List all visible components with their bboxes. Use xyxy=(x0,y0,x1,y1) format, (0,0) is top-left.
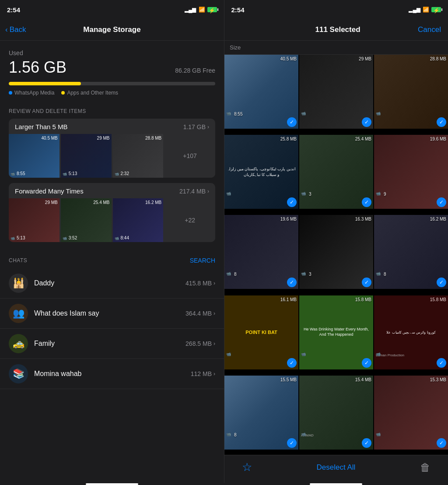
back-button[interactable]: ‹ Back xyxy=(5,25,26,34)
grid-item-13[interactable]: 15.4 MB AHMAD 📹 ✓ xyxy=(299,376,373,450)
thumb-2-duration: 5:13 xyxy=(69,171,77,176)
grid-item-2-size: 28.8 MB xyxy=(430,56,446,61)
grid-item-10-video-icon: 📹 xyxy=(301,352,306,356)
chat-item-family[interactable]: 🚕 Family 268.5 MB › xyxy=(0,329,224,359)
review-item-forwarded[interactable]: Forwarded Many Times 217.4 MB › 29 MB 📹 … xyxy=(9,183,215,242)
fwd-thumb-3-duration: 8:44 xyxy=(121,235,129,240)
thumb-2[interactable]: 29 MB 📹 5:13 xyxy=(61,134,112,178)
left-battery-icon: ⚡ xyxy=(207,7,217,12)
thumb-1[interactable]: 40.5 MB 📹 8:55 xyxy=(9,134,60,178)
grid-item-12-size: 15.5 MB xyxy=(280,377,297,382)
thumb-1-video-icon: 📹 xyxy=(10,172,15,176)
home-indicator-right xyxy=(310,483,362,485)
grid-item-1[interactable]: 29 MB 📹 ✓ xyxy=(299,55,373,129)
right-panel: 111 Selected Cancel Size 40.5 MB 📹 8:55 … xyxy=(224,19,448,483)
fwd-thumb-3[interactable]: 16.2 MB 📹 8:44 xyxy=(113,198,164,242)
chats-header: CHATS SEARCH xyxy=(0,251,224,268)
thumb-more-1[interactable]: +107 xyxy=(164,134,215,178)
left-time: 2:54 xyxy=(7,6,20,14)
grid-item-8[interactable]: 16.2 MB 📹 8 ✓ xyxy=(374,215,448,289)
grid-item-12[interactable]: 15.5 MB 📹 8 ✓ xyxy=(224,376,298,450)
grid-item-4-video-icon: 📹 xyxy=(301,191,306,196)
chat-name-daddy: Daddy xyxy=(34,279,186,287)
grid-item-2-video-icon: 📹 xyxy=(376,111,381,116)
review-title: REVIEW AND DELETE ITEMS xyxy=(9,108,215,114)
media-grid: 40.5 MB 📹 8:55 ✓ 29 MB 📹 ✓ 28.8 MB 📹 ✓ xyxy=(224,55,448,455)
fwd-thumb-more[interactable]: +22 xyxy=(164,198,215,242)
grid-item-14-video-icon: 📹 xyxy=(376,432,381,436)
grid-item-10-check: ✓ xyxy=(362,358,371,368)
chat-avatar-momina: 📚 xyxy=(9,364,28,383)
grid-item-10[interactable]: 15.8 MB He Was Drinking Water Every Mont… xyxy=(299,295,373,369)
grid-item-9-video-icon: 📹 xyxy=(226,352,231,356)
grid-item-8-video-icon: 📹 xyxy=(376,271,381,276)
cancel-button[interactable]: Cancel xyxy=(418,25,441,34)
grid-item-13-size: 15.4 MB xyxy=(355,377,371,382)
grid-item-12-check: ✓ xyxy=(287,438,297,448)
grid-item-0[interactable]: 40.5 MB 📹 8:55 ✓ xyxy=(224,55,298,129)
chat-size-family: 268.5 MB › xyxy=(186,340,215,347)
fwd-thumb-1-video-icon: 📹 xyxy=(10,236,15,240)
left-signal-icon: ▂▄▆ xyxy=(185,7,196,13)
review-item-large[interactable]: Larger Than 5 MB 1.17 GB › 40.5 MB 📹 8:5… xyxy=(9,119,215,178)
chat-item-daddy[interactable]: 🕌 Daddy 415.8 MB › xyxy=(0,268,224,299)
chat-avatar-family: 🚕 xyxy=(9,334,28,353)
large-thumbnails: 40.5 MB 📹 8:55 29 MB 📹 5:13 28.8 MB 📹 2:… xyxy=(9,134,215,178)
delete-button[interactable]: 🗑 xyxy=(420,461,430,474)
grid-item-0-duration: 8:55 xyxy=(234,112,242,116)
thumb-2-video-icon: 📹 xyxy=(63,172,67,176)
fwd-thumb-plus: +22 xyxy=(164,198,215,242)
chat-name-family: Family xyxy=(34,340,186,348)
review-item-large-size: 1.17 GB › xyxy=(183,123,209,130)
grid-item-14[interactable]: 15.3 MB 📹 ✓ xyxy=(374,376,448,450)
thumb-3[interactable]: 28.8 MB 📹 2:32 xyxy=(113,134,164,178)
grid-item-11-video-icon: 📹 xyxy=(376,352,381,356)
back-label[interactable]: Back xyxy=(10,25,26,34)
chats-title: CHATS xyxy=(9,257,27,264)
deselect-all-button[interactable]: Deselect All xyxy=(317,463,356,472)
grid-item-6[interactable]: 19.6 MB 📹 8 ✓ xyxy=(224,215,298,289)
grid-item-4[interactable]: 25.4 MB 📹 3 ✓ xyxy=(299,135,373,209)
grid-item-2[interactable]: 28.8 MB 📹 ✓ xyxy=(374,55,448,129)
grid-item-7-size: 16.3 MB xyxy=(355,217,371,221)
thumb-2-size: 29 MB xyxy=(97,136,110,141)
size-label: Size xyxy=(224,41,448,55)
grid-item-5[interactable]: 19.6 MB 📹 9 ✓ xyxy=(374,135,448,209)
grid-item-13-video-icon: 📹 xyxy=(301,432,306,436)
storage-section: Used 1.56 GB 86.28 GB Free WhatsApp Medi… xyxy=(0,41,224,103)
grid-item-14-size: 15.3 MB xyxy=(430,377,446,382)
chat-size-momina: 112 MB › xyxy=(191,370,215,377)
grid-item-3[interactable]: 25.8 MB اندین پارب ٹیکانوچی، پاکستان میں… xyxy=(224,135,298,209)
right-header: 111 Selected Cancel xyxy=(224,19,448,41)
search-button[interactable]: SEARCH xyxy=(190,257,215,264)
grid-item-11[interactable]: 15.8 MB کورونا وائرس سے بچیں کامیاب علا … xyxy=(374,295,448,369)
grid-item-3-video-icon: 📹 xyxy=(226,191,231,196)
chat-item-momina[interactable]: 📚 Momina wahab 112 MB › xyxy=(0,359,224,389)
chevron-right-icon: › xyxy=(207,124,209,130)
grid-item-2-check: ✓ xyxy=(437,117,446,127)
review-section: REVIEW AND DELETE ITEMS Larger Than 5 MB… xyxy=(0,103,224,251)
fwd-thumb-2-duration: 3:52 xyxy=(69,235,77,240)
fwd-thumb-3-size: 16.2 MB xyxy=(145,200,161,205)
thumb-1-duration: 8:55 xyxy=(17,171,25,176)
chat-name-islam: What does Islam say xyxy=(34,309,186,317)
grid-item-7-video-icon: 📹 xyxy=(301,271,306,276)
storage-legend: WhatsApp Media Apps and Other Items xyxy=(9,90,215,96)
grid-item-7[interactable]: 16.3 MB 📹 3 ✓ xyxy=(299,215,373,289)
home-indicator-left xyxy=(86,483,138,485)
chat-size-islam: 364.4 MB › xyxy=(186,310,215,317)
storage-bar xyxy=(9,82,215,85)
fwd-thumb-1[interactable]: 29 MB 📹 5:13 xyxy=(9,198,60,242)
chat-avatar-daddy: 🕌 xyxy=(9,274,28,293)
right-bottom-toolbar: ☆ Deselect All 🗑 xyxy=(224,455,448,483)
favorite-button[interactable]: ☆ xyxy=(242,460,252,474)
grid-item-12-video-icon: 📹 xyxy=(226,432,231,436)
grid-item-9[interactable]: POINT KI BAT 16.1 MB 📹 ✓ xyxy=(224,295,298,369)
right-time: 2:54 xyxy=(231,6,245,14)
grid-item-6-size: 19.6 MB xyxy=(280,217,297,221)
fwd-thumb-2[interactable]: 25.4 MB 📹 3:52 xyxy=(61,198,112,242)
chat-item-islam[interactable]: 👥 What does Islam say 364.4 MB › xyxy=(0,299,224,329)
left-panel: ‹ Back Manage Storage Used 1.56 GB 86.28… xyxy=(0,19,224,483)
grid-item-6-duration: 8 xyxy=(234,272,237,277)
storage-free-value: 86.28 GB Free xyxy=(175,67,215,74)
